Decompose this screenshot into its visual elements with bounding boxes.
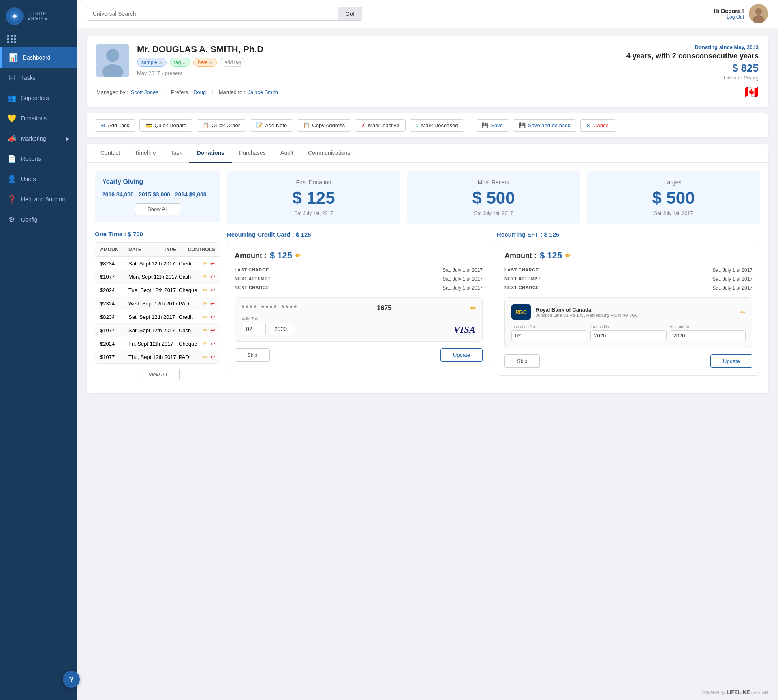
tag-here-remove[interactable]: ✕ bbox=[209, 60, 212, 65]
eft-update-button[interactable]: Update bbox=[710, 354, 752, 368]
managed-by-link[interactable]: Scott Jones bbox=[131, 89, 158, 95]
edit-icon[interactable]: ✏ bbox=[203, 273, 208, 280]
edit-icon[interactable]: ✏ bbox=[203, 287, 208, 293]
profile-top: Mr. DOUGLAS A. SMITH, Ph.D sample ✕ tag … bbox=[96, 44, 759, 81]
profile-name: Mr. DOUGLAS A. SMITH, Ph.D bbox=[137, 44, 374, 55]
edit-icon[interactable]: ✏ bbox=[203, 340, 208, 347]
search-input[interactable] bbox=[87, 7, 338, 20]
bank-name: Royal Bank of Canada bbox=[536, 307, 638, 313]
transit-field: Transit No. 2020 bbox=[590, 324, 666, 341]
tab-contact[interactable]: Contact bbox=[93, 144, 127, 163]
edit-icon[interactable]: ✏ bbox=[203, 314, 208, 320]
table-row: $1077 Thu, Sept 12th 2017 PAD ✏ ↩ bbox=[95, 350, 220, 363]
mark-inactive-button[interactable]: ✗ Mark Inactive bbox=[355, 119, 405, 132]
eft-amount-edit-icon[interactable]: ✏ bbox=[565, 252, 571, 260]
profile-giving-summary: Donating since May, 2013 4 years, with 2… bbox=[626, 44, 759, 81]
view-all-button[interactable]: View All bbox=[136, 369, 179, 380]
mark-deceased-button[interactable]: ○ Mark Deceased bbox=[410, 119, 464, 132]
profile-tags: sample ✕ tag ✕ here ✕ add tag bbox=[137, 58, 374, 67]
year-2015: 2015 $3,000 bbox=[139, 191, 170, 198]
undo-icon[interactable]: ↩ bbox=[210, 260, 215, 267]
add-task-button[interactable]: ⊕ Add Task bbox=[95, 119, 135, 132]
sidebar-item-reports[interactable]: 📄 Reports bbox=[0, 149, 77, 169]
edit-icon[interactable]: ✏ bbox=[203, 300, 208, 307]
quick-order-icon: 📋 bbox=[203, 122, 209, 128]
cancel-button[interactable]: ⊗ Cancel bbox=[580, 119, 616, 132]
cc-update-button[interactable]: Update bbox=[440, 348, 483, 362]
tabs-nav: Contact Timeline Task Donations Purchase… bbox=[87, 144, 768, 163]
undo-icon[interactable]: ↩ bbox=[210, 287, 215, 293]
donations-icon: 💛 bbox=[7, 114, 16, 123]
edit-icon[interactable]: ✏ bbox=[203, 354, 208, 360]
undo-icon[interactable]: ↩ bbox=[210, 354, 215, 360]
save-button[interactable]: 💾 Save bbox=[476, 119, 509, 132]
undo-icon[interactable]: ↩ bbox=[210, 314, 215, 320]
undo-icon[interactable]: ↩ bbox=[210, 340, 215, 347]
cc-last-charge: LAST CHARGE Sat, July 1 st 2017 bbox=[235, 267, 483, 273]
sidebar-item-config[interactable]: ⚙ Config bbox=[0, 209, 77, 230]
edit-icon[interactable]: ✏ bbox=[203, 327, 208, 333]
sidebar-item-users[interactable]: 👤 Users bbox=[0, 169, 77, 189]
go-button[interactable]: Go! bbox=[338, 7, 362, 20]
show-all-button[interactable]: Show All bbox=[135, 203, 180, 215]
married-to-link[interactable]: Jaince Smith bbox=[248, 89, 278, 95]
card-year-input[interactable] bbox=[270, 323, 294, 335]
one-time-rows: $8234 Sat, Sept 12th 2017 Credit ✏ ↩ $10… bbox=[95, 257, 220, 363]
tab-audit[interactable]: Audit bbox=[273, 144, 301, 163]
profile-photo bbox=[96, 44, 129, 77]
search-wrap: Go! bbox=[87, 7, 362, 21]
save-back-button[interactable]: 💾 Save and go back bbox=[513, 119, 576, 132]
add-tag-button[interactable]: add tag bbox=[220, 58, 245, 67]
tag-tag-remove[interactable]: ✕ bbox=[182, 60, 186, 65]
giving-years: 4 years, with 2 consconsecutive years bbox=[626, 52, 759, 60]
eft-skip-button[interactable]: Skip bbox=[504, 354, 540, 368]
left-panel: Yearly Giving 2016 $4,000 2015 $3,000 bbox=[95, 171, 220, 385]
year-2016: 2016 $4,000 bbox=[102, 191, 134, 198]
cc-skip-button[interactable]: Skip bbox=[235, 348, 270, 362]
card-month-input[interactable] bbox=[242, 323, 266, 335]
bank-edit-icon[interactable]: ✏ bbox=[740, 308, 746, 316]
sidebar-item-donations[interactable]: 💛 Donations bbox=[0, 108, 77, 128]
prefers-link[interactable]: Doug bbox=[193, 89, 206, 95]
edit-icon[interactable]: ✏ bbox=[203, 260, 208, 267]
eft-details: LAST CHARGE Sat, July 1 st 2017 NEXT ATT… bbox=[504, 267, 752, 291]
tag-sample-remove[interactable]: ✕ bbox=[159, 60, 162, 65]
tab-task[interactable]: Task bbox=[163, 144, 190, 163]
sidebar-item-marketing[interactable]: 📣 Marketing ▶ bbox=[0, 128, 77, 149]
card-bottom: VISA bbox=[242, 323, 476, 335]
account-value: 2020 bbox=[670, 330, 746, 341]
tab-donations[interactable]: Donations bbox=[189, 144, 231, 163]
tab-purchases[interactable]: Purchases bbox=[232, 144, 273, 163]
supporters-icon: 👥 bbox=[7, 94, 16, 102]
help-fab-button[interactable]: ? bbox=[63, 671, 80, 688]
quick-donate-icon: 💳 bbox=[145, 122, 152, 128]
add-note-icon: 📝 bbox=[256, 122, 263, 128]
cc-amount-edit-icon[interactable]: ✏ bbox=[295, 252, 301, 260]
quick-donate-button[interactable]: 💳 Quick Donate bbox=[139, 119, 192, 132]
reports-icon: 📄 bbox=[7, 154, 16, 163]
undo-icon[interactable]: ↩ bbox=[210, 327, 215, 333]
sidebar-item-dashboard[interactable]: 📊 Dashboard bbox=[0, 47, 77, 68]
sidebar: DONOR ENGINE 📊 Dashboard ☑ Tasks 👥 Suppo… bbox=[0, 0, 77, 700]
add-note-button[interactable]: 📝 Add Note bbox=[250, 119, 293, 132]
one-time-header: One Time : $ 700 bbox=[95, 230, 220, 237]
tab-communications[interactable]: Communications bbox=[301, 144, 357, 163]
quick-order-button[interactable]: 📋 Quick Order bbox=[197, 119, 246, 132]
app-name: DONOR bbox=[28, 11, 48, 16]
valid-thru-label: Valid Thru bbox=[242, 317, 476, 321]
card-edit-icon[interactable]: ✏ bbox=[470, 304, 476, 312]
undo-icon[interactable]: ↩ bbox=[210, 273, 215, 280]
eft-next-charge: NEXT CHARGE Sat, July 1 st 2017 bbox=[504, 285, 752, 291]
eft-next-attempt: NEXT ATTEMPT Sat, July 1 st 2017 bbox=[504, 276, 752, 282]
undo-icon[interactable]: ↩ bbox=[210, 300, 215, 307]
mark-inactive-icon: ✗ bbox=[361, 122, 365, 128]
apps-grid-row[interactable] bbox=[0, 32, 77, 47]
largest-card: Largest $ 500 Sat July 1st, 2017 bbox=[587, 171, 760, 224]
lifetime-label: Lifetime Giving bbox=[626, 75, 759, 81]
logout-link[interactable]: Log Out bbox=[714, 14, 744, 20]
tab-timeline[interactable]: Timeline bbox=[127, 144, 163, 163]
sidebar-item-tasks[interactable]: ☑ Tasks bbox=[0, 68, 77, 88]
sidebar-item-help[interactable]: ❓ Help and Support bbox=[0, 189, 77, 209]
copy-address-button[interactable]: 📋 Copy Address bbox=[297, 119, 351, 132]
sidebar-item-supporters[interactable]: 👥 Supporters bbox=[0, 88, 77, 108]
